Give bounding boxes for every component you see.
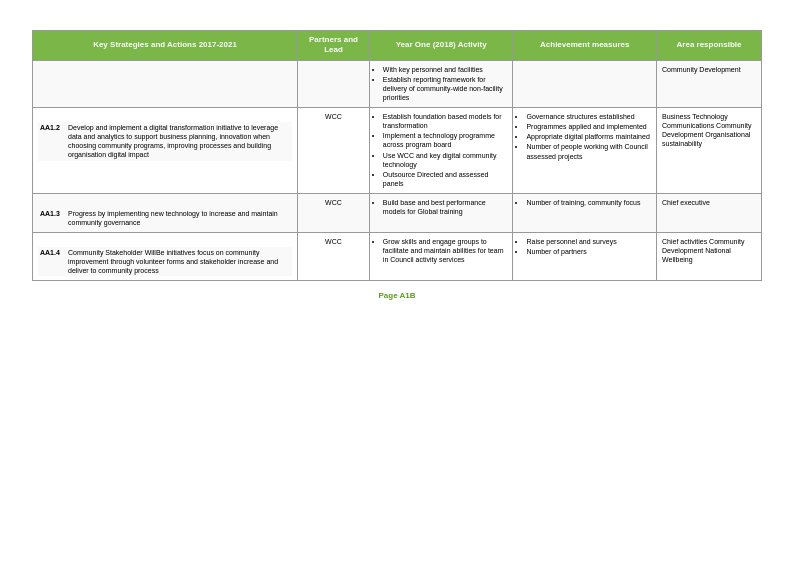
achievement-cell: Number of training, community focus: [513, 193, 657, 232]
row-description: Develop and implement a digital transfor…: [66, 122, 292, 160]
partners-cell: WCC: [298, 108, 370, 194]
year-activity-cell: Build base and best performance models f…: [369, 193, 513, 232]
area-cell: Community Development: [657, 60, 762, 107]
footer-text: Page A1B: [378, 291, 415, 300]
row-id: AA1.4: [38, 247, 66, 276]
area-cell: Business Technology Communications Commu…: [657, 108, 762, 194]
year-activity-cell: With key personnel and facilitiesEstabli…: [369, 60, 513, 107]
table-row: AA1.2Develop and implement a digital tra…: [33, 108, 762, 194]
row-id: AA1.3: [38, 208, 66, 228]
year-activity-cell: Establish foundation based models for tr…: [369, 108, 513, 194]
row-id: AA1.2: [38, 122, 66, 160]
table-row: AA1.3Progress by implementing new techno…: [33, 193, 762, 232]
partners-cell: WCC: [298, 233, 370, 281]
key-strategies-cell: [33, 60, 298, 107]
partners-cell: [298, 60, 370, 107]
key-strategies-cell: AA1.4Community Stakeholder WillBe initia…: [33, 233, 298, 281]
header-year: Year One (2018) Activity: [369, 31, 513, 61]
achievement-cell: Raise personnel and surveysNumber of par…: [513, 233, 657, 281]
page-container: Key Strategies and Actions 2017-2021 Par…: [30, 20, 764, 542]
table-row: AA1.4Community Stakeholder WillBe initia…: [33, 233, 762, 281]
header-key: Key Strategies and Actions 2017-2021: [33, 31, 298, 61]
achievement-cell: [513, 60, 657, 107]
key-strategies-cell: AA1.3Progress by implementing new techno…: [33, 193, 298, 232]
main-table: Key Strategies and Actions 2017-2021 Par…: [32, 30, 762, 281]
table-row: With key personnel and facilitiesEstabli…: [33, 60, 762, 107]
key-strategies-cell: AA1.2Develop and implement a digital tra…: [33, 108, 298, 194]
header-partners: Partners and Lead: [298, 31, 370, 61]
year-activity-cell: Grow skills and engage groups to facilit…: [369, 233, 513, 281]
row-description: Community Stakeholder WillBe initiatives…: [66, 247, 292, 276]
row-description: Progress by implementing new technology …: [66, 208, 292, 228]
partners-cell: WCC: [298, 193, 370, 232]
header-area: Area responsible: [657, 31, 762, 61]
area-cell: Chief executive: [657, 193, 762, 232]
header-achievement: Achievement measures: [513, 31, 657, 61]
achievement-cell: Governance structures establishedProgram…: [513, 108, 657, 194]
area-cell: Chief activities Community Development N…: [657, 233, 762, 281]
